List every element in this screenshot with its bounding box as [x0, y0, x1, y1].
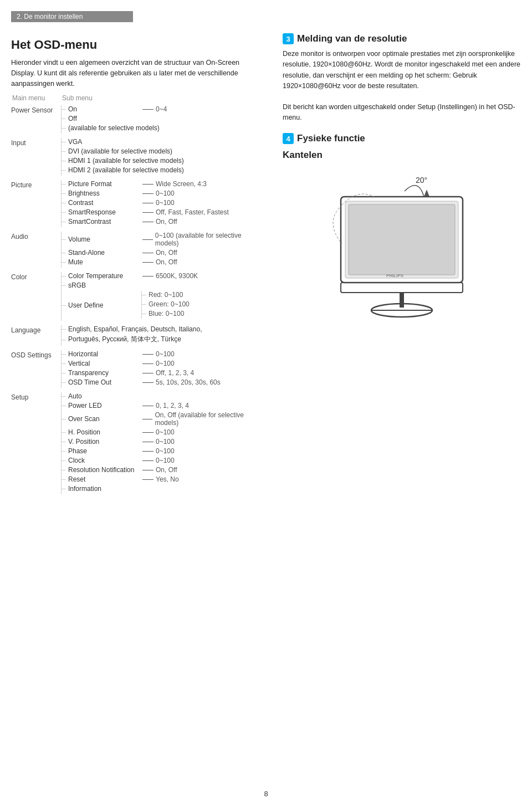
menu-main-label: OSD Settings: [11, 350, 60, 359]
right-column: 3 Melding van de resolutie Deze monitor …: [272, 28, 532, 510]
menu-section: LanguageEnglish, Español, Français, Deut…: [11, 325, 260, 346]
sub-item: English, Español, Français, Deutsch, Ita…: [67, 325, 260, 333]
svg-marker-1: [424, 190, 429, 197]
section3-paragraph-0: Deze monitor is ontworpen voor optimale …: [283, 49, 521, 92]
two-column-layout: Het OSD-menu Hieronder vindt u een algem…: [0, 28, 532, 510]
menu-header-row: Main menu Sub menu: [11, 94, 260, 102]
sub-sub-item: Red: 0~100: [147, 291, 260, 299]
menu-section: AudioVolume0~100 (available for selectiv…: [11, 232, 260, 268]
sub-item: Phase0~100: [67, 447, 260, 455]
menu-section: Power SensorOn0~4Off(available for selec…: [11, 105, 260, 134]
sub-item: Auto: [67, 392, 260, 400]
sub-item: Information: [67, 485, 260, 493]
menu-root: Power SensorOn0~4Off(available for selec…: [11, 105, 260, 494]
section4-title: Fysieke functie: [297, 133, 365, 144]
sub-item: Resolution NotificationOn, Off: [67, 466, 260, 474]
section4-number: 4: [283, 133, 294, 144]
sub-item: SmartContrastOn, Off: [67, 218, 260, 226]
col-sub-header: Sub menu: [62, 94, 151, 102]
menu-main-label: Color: [11, 272, 60, 281]
sub-item: V. Position0~100: [67, 438, 260, 446]
sub-item: User DefineRed: 0~100Green: 0~100Blue: 0…: [67, 291, 260, 319]
sub-item: Horizontal0~100: [67, 350, 260, 358]
menu-section: ColorColor Temperature6500K, 9300KsRGBUs…: [11, 272, 260, 321]
svg-text:PHILIPS: PHILIPS: [386, 273, 404, 278]
menu-sub-col: Horizontal0~100Vertical0~100Transparency…: [61, 350, 260, 388]
sub-item: TransparencyOff, 1, 2, 3, 4: [67, 369, 260, 377]
menu-main-label: Language: [11, 325, 60, 334]
sub-item: HDMI 1 (available for selective models): [67, 157, 260, 165]
sub-item: Stand-AloneOn, Off: [67, 249, 260, 257]
sub-item: Brightness0~100: [67, 190, 260, 197]
sub-item: HDMI 2 (available for selective models): [67, 166, 260, 174]
menu-main-label: Audio: [11, 232, 60, 240]
section-header-bar: 2. De monitor instellen: [11, 11, 133, 22]
section3-number: 3: [283, 33, 294, 44]
section4-title-row: 4 Fysieke functie: [283, 133, 521, 144]
sub-item: Clock0~100: [67, 457, 260, 464]
menu-sub-col: English, Español, Français, Deutsch, Ita…: [61, 325, 260, 346]
sub-item: H. Position0~100: [67, 428, 260, 436]
menu-section: PicturePicture FormatWide Screen, 4:3Bri…: [11, 180, 260, 227]
monitor-illustration: 20° -5: [283, 166, 521, 321]
section3-title: Melding van de resolutie: [297, 33, 407, 44]
sub-item: Volume0~100 (available for selective mod…: [67, 232, 260, 247]
sub-item: DVI (available for selective models): [67, 147, 260, 155]
section4-subtitle: Kantelen: [283, 150, 521, 161]
menu-main-label: Input: [11, 138, 60, 147]
menu-sub-col: AutoPower LED0, 1, 2, 3, 4Over ScanOn, O…: [61, 392, 260, 494]
menu-section: InputVGADVI (available for selective mod…: [11, 138, 260, 176]
section-header-label: 2. De monitor instellen: [17, 13, 83, 21]
sub-sub-item: Blue: 0~100: [147, 310, 260, 318]
sub-item: Picture FormatWide Screen, 4:3: [67, 180, 260, 188]
sub-item: VGA: [67, 138, 260, 146]
sub-item: (available for selective models): [67, 124, 260, 132]
sub-sub-item: Green: 0~100: [147, 300, 260, 308]
intro-text: Hieronder vindt u een algemeen overzicht…: [11, 58, 260, 89]
svg-text:20°: 20°: [416, 176, 427, 185]
sub-item: Color Temperature6500K, 9300K: [67, 272, 260, 280]
menu-main-label: Setup: [11, 392, 60, 401]
sub-item: On0~4: [67, 105, 260, 113]
col-main-header: Main menu: [12, 94, 62, 102]
section3-paragraph-1: Dit bericht kan worden uitgeschakeld ond…: [283, 102, 521, 124]
menu-sub-col: Color Temperature6500K, 9300KsRGBUser De…: [61, 272, 260, 321]
menu-sub-col: Picture FormatWide Screen, 4:3Brightness…: [61, 180, 260, 227]
monitor-svg: 20° -5: [308, 166, 496, 321]
sub-item: Português, Русский, 简体中文, Türkçe: [67, 335, 260, 344]
menu-sub-col: On0~4Off(available for selective models): [61, 105, 260, 134]
svg-rect-5: [349, 204, 455, 275]
menu-section: SetupAutoPower LED0, 1, 2, 3, 4Over Scan…: [11, 392, 260, 494]
sub-item: Contrast0~100: [67, 199, 260, 207]
sub-item: OSD Time Out5s, 10s, 20s, 30s, 60s: [67, 378, 260, 386]
main-title: Het OSD-menu: [11, 38, 260, 52]
menu-sub-col: VGADVI (available for selective models)H…: [61, 138, 260, 176]
sub-item: Vertical0~100: [67, 360, 260, 367]
svg-rect-6: [341, 283, 463, 293]
sub-item: Over ScanOn, Off (available for selectiv…: [67, 411, 260, 427]
section3-paragraphs: Deze monitor is ontworpen voor optimale …: [283, 49, 521, 123]
sub-item: Power LED0, 1, 2, 3, 4: [67, 402, 260, 409]
sub-item: sRGB: [67, 281, 260, 289]
menu-main-label: Picture: [11, 180, 60, 189]
menu-main-label: Power Sensor: [11, 105, 60, 114]
sub-item: SmartResponseOff, Fast, Faster, Fastest: [67, 208, 260, 216]
sub-item: MuteOn, Off: [67, 258, 260, 266]
page-number: 8: [264, 790, 268, 798]
section3-title-row: 3 Melding van de resolutie: [283, 33, 521, 44]
left-column: Het OSD-menu Hieronder vindt u een algem…: [0, 28, 272, 510]
sub-item: ResetYes, No: [67, 475, 260, 483]
sub-item: Off: [67, 115, 260, 122]
menu-sub-col: Volume0~100 (available for selective mod…: [61, 232, 260, 268]
menu-section: OSD SettingsHorizontal0~100Vertical0~100…: [11, 350, 260, 388]
page-container: 2. De monitor instellen Het OSD-menu Hie…: [0, 0, 532, 809]
